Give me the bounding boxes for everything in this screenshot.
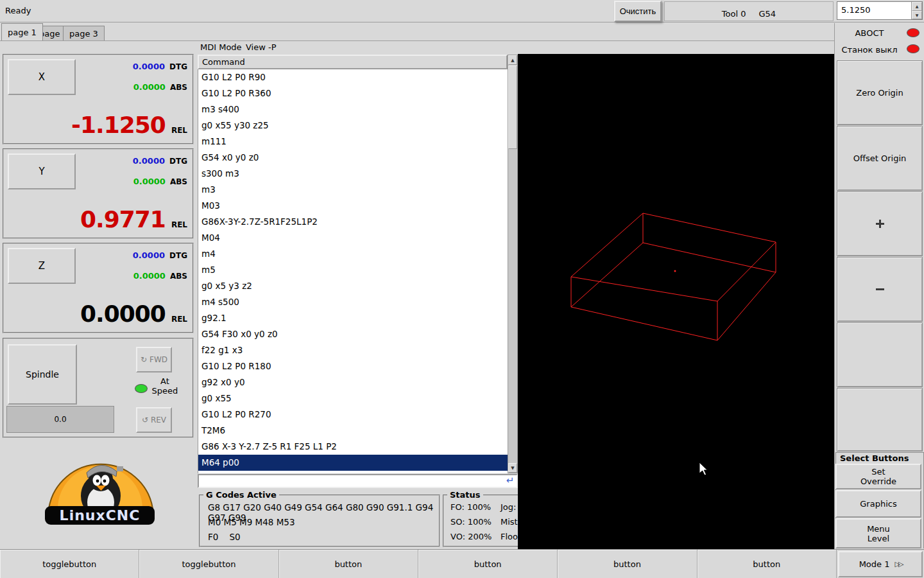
mdi-command-text: M64 p00 <box>201 457 239 468</box>
axis-x-button[interactable]: X <box>8 59 76 95</box>
feed-override-label: FO: 100% <box>450 502 491 512</box>
minus-button[interactable] <box>837 257 923 322</box>
mode-label: Mode 1 <box>859 559 890 569</box>
blank-button-1[interactable] <box>837 322 923 387</box>
dtg-label: DTG <box>169 157 187 166</box>
command-list-scrollbar[interactable]: ▲ ▼ <box>508 55 518 473</box>
mdi-command-row[interactable]: G54 x0 y0 z0 <box>198 150 508 166</box>
blank-button-2[interactable] <box>837 388 923 451</box>
graphics-button[interactable]: Graphics <box>835 490 921 518</box>
rev-label: REV <box>151 416 166 425</box>
gcodes-frame: G Codes Active G8 G17 G20 G40 G49 G54 G6… <box>199 495 440 547</box>
mdi-command-row[interactable]: m3 <box>198 182 508 198</box>
mdi-command-row[interactable]: G86 X-3 Y-2.7 Z-5 R1 F25 L1 P2 <box>198 439 508 455</box>
mdi-command-text: G54 x0 y0 z0 <box>201 152 259 162</box>
spin-up-button[interactable]: ▲ <box>912 2 922 11</box>
mdi-command-row[interactable]: G54 F30 x0 y0 z0 <box>198 326 508 342</box>
menu-view[interactable]: View -P <box>246 42 277 52</box>
mdi-command-list[interactable]: G10 L2 P0 R90 G10 L2 P0 R360 m3 s400 g0 … <box>198 69 508 473</box>
mdi-command-row[interactable]: m111 <box>198 134 508 150</box>
mdi-command-row[interactable]: G10 L2 P0 R180 <box>198 358 508 374</box>
estop-label[interactable]: АВОСТ <box>835 28 904 38</box>
set-override-button[interactable]: Set Override <box>835 464 921 489</box>
mdi-command-row[interactable]: g0 x55 <box>198 390 508 407</box>
tool-label: Tool 0 <box>722 9 746 19</box>
mouse-cursor-icon <box>699 462 707 475</box>
rel-value: -1.1250 <box>71 112 166 138</box>
enter-icon: ↵ <box>504 475 516 487</box>
axis-z-button[interactable]: Z <box>8 248 76 284</box>
bottom-button[interactable]: togglebutton <box>139 550 278 578</box>
mdi-input[interactable] <box>199 475 517 487</box>
mdi-command-row[interactable]: G10 L2 P0 R360 <box>198 85 508 101</box>
minus-icon <box>875 285 885 294</box>
mdi-command-row[interactable]: g0 x55 y30 z25 <box>198 118 508 134</box>
mdi-command-row[interactable]: m4 <box>198 246 508 262</box>
gremlin-plot-view[interactable] <box>518 54 834 549</box>
mdi-command-text: G86 X-3 Y-2.7 Z-5 R1 F25 L1 P2 <box>201 441 337 451</box>
bottom-button[interactable]: button <box>279 550 418 578</box>
dtg-value: 0.0000 <box>133 156 165 166</box>
mdi-command-row[interactable]: s300 m3 <box>198 166 508 182</box>
mdi-command-row[interactable]: G10 L2 P0 R90 <box>198 69 508 85</box>
clear-button[interactable]: Очистить <box>614 1 662 22</box>
command-column-header[interactable]: Command <box>198 55 508 69</box>
mdi-command-row[interactable]: M04 <box>198 230 508 246</box>
mdi-command-row[interactable]: M64 p00 <box>198 455 508 471</box>
mdi-command-row[interactable]: M03 <box>198 198 508 214</box>
rel-label: REL <box>171 315 187 324</box>
bottom-button[interactable]: button <box>697 550 837 578</box>
mdi-command-row[interactable]: G10 L2 P0 R270 <box>198 407 508 423</box>
rel-label: REL <box>171 126 187 135</box>
axis-x-frame: X 0.0000 DTG 0.0000 ABS -1.1250 REL <box>3 54 194 144</box>
bottom-button-label: button <box>334 559 362 569</box>
mdi-command-row[interactable]: g0 x5 y3 z2 <box>198 278 508 294</box>
increment-spinbox[interactable]: 5.1250 ▲ ▼ <box>837 1 923 20</box>
at-speed-led <box>135 384 148 393</box>
rel-value: 0.9771 <box>80 206 166 232</box>
mdi-input-wrap <box>198 474 518 488</box>
mdi-command-row[interactable]: m4 s500 <box>198 294 508 310</box>
axis-y-button[interactable]: Y <box>8 153 76 189</box>
tab-page-3[interactable]: page 3 <box>63 26 105 40</box>
mdi-command-row[interactable]: m5 <box>198 262 508 278</box>
bottom-button[interactable]: button <box>418 550 558 578</box>
spindle-fwd-button[interactable]: ↻ FWD <box>136 347 172 372</box>
machine-power-led <box>907 44 920 53</box>
rel-value: 0.0000 <box>80 301 166 327</box>
main-window: Ready Очистить Tool 0 G54 5.1250 ▲ ▼ pag… <box>0 0 924 578</box>
mdi-command-row[interactable]: T2M6 <box>198 423 508 439</box>
machine-power-label[interactable]: Станок выкл <box>835 45 904 55</box>
menu-mdi-mode[interactable]: MDI Mode <box>200 42 242 52</box>
mdi-command-text: g0 x55 <box>201 393 232 403</box>
axis-z-rel: 0.0000 REL <box>80 301 187 327</box>
move-origin-button[interactable] <box>837 191 923 256</box>
axis-z-abs: 0.0000 ABS <box>133 271 187 281</box>
scrollbar-thumb[interactable] <box>508 66 517 149</box>
mode-button[interactable]: Mode 1 ▷▷ <box>838 551 923 577</box>
mdi-command-row[interactable]: g92 x0 y0 <box>198 374 508 390</box>
mdi-command-row[interactable]: G86X-3Y-2.7Z-5R1F25L1P2 <box>198 214 508 230</box>
mdi-command-row[interactable]: f22 g1 x3 <box>198 342 508 358</box>
mdi-command-text: m4 s500 <box>201 297 239 307</box>
status-text: Ready <box>5 0 31 22</box>
tab-page-1[interactable]: page 1 <box>1 23 43 40</box>
mdi-command-row[interactable]: g92.1 <box>198 310 508 326</box>
rel-label: REL <box>171 220 187 229</box>
mdi-command-text: G10 L2 P0 R360 <box>201 88 271 98</box>
spindle-button[interactable]: Spindle <box>8 344 77 405</box>
bottom-button[interactable]: togglebutton <box>0 550 139 578</box>
gcodes-title: G Codes Active <box>203 490 279 500</box>
spin-down-button[interactable]: ▼ <box>912 11 922 20</box>
content-divider <box>0 40 924 41</box>
bottom-button[interactable]: button <box>558 550 697 578</box>
mdi-command-row[interactable]: m3 s400 <box>198 101 508 118</box>
spindle-rev-button[interactable]: ↺ REV <box>136 407 172 433</box>
menu-level-button[interactable]: Menu Level <box>835 518 921 548</box>
offset-origin-button[interactable]: Offset Origin <box>837 126 923 191</box>
gcodes-line-2: M0 M5 M9 M48 M53 <box>208 517 295 527</box>
zero-origin-button[interactable]: Zero Origin <box>837 60 923 125</box>
mdi-command-text: m3 s400 <box>201 104 239 114</box>
scroll-down-button[interactable]: ▼ <box>508 463 517 473</box>
scroll-up-button[interactable]: ▲ <box>508 55 517 65</box>
